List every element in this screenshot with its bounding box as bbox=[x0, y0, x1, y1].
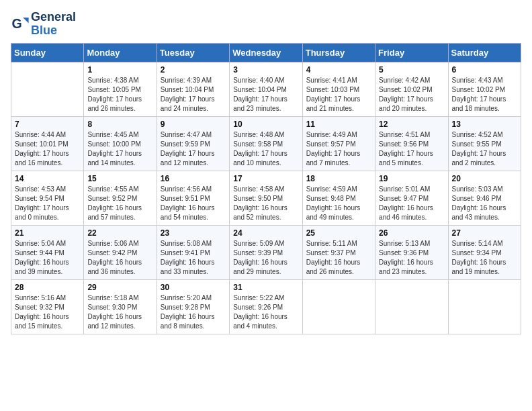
day-info: Sunrise: 4:53 AM Sunset: 9:54 PM Dayligh… bbox=[15, 185, 80, 222]
day-info: Sunrise: 5:16 AM Sunset: 9:32 PM Dayligh… bbox=[15, 293, 80, 331]
calendar-day-cell: 7Sunrise: 4:44 AM Sunset: 10:01 PM Dayli… bbox=[11, 116, 84, 171]
day-header: Wednesday bbox=[230, 43, 302, 62]
day-number: 29 bbox=[87, 283, 152, 292]
day-info: Sunrise: 4:42 AM Sunset: 10:02 PM Daylig… bbox=[379, 76, 444, 113]
calendar-day-cell: 30Sunrise: 5:20 AM Sunset: 9:28 PM Dayli… bbox=[157, 279, 229, 334]
day-info: Sunrise: 5:13 AM Sunset: 9:36 PM Dayligh… bbox=[379, 239, 444, 277]
calendar-day-cell: 1Sunrise: 4:38 AM Sunset: 10:05 PM Dayli… bbox=[84, 62, 157, 116]
day-info: Sunrise: 5:08 AM Sunset: 9:41 PM Dayligh… bbox=[161, 239, 226, 277]
calendar-day-cell: 20Sunrise: 5:03 AM Sunset: 9:46 PM Dayli… bbox=[448, 171, 521, 225]
day-info: Sunrise: 4:44 AM Sunset: 10:01 PM Daylig… bbox=[15, 130, 80, 168]
calendar-day-cell bbox=[302, 279, 375, 334]
day-number: 11 bbox=[306, 120, 371, 129]
calendar-day-cell: 10Sunrise: 4:48 AM Sunset: 9:58 PM Dayli… bbox=[230, 116, 302, 171]
day-info: Sunrise: 5:03 AM Sunset: 9:46 PM Dayligh… bbox=[452, 185, 517, 222]
calendar-day-cell: 17Sunrise: 4:58 AM Sunset: 9:50 PM Dayli… bbox=[230, 171, 302, 225]
calendar-body: 1Sunrise: 4:38 AM Sunset: 10:05 PM Dayli… bbox=[11, 62, 521, 334]
calendar-day-cell: 11Sunrise: 4:49 AM Sunset: 9:57 PM Dayli… bbox=[302, 116, 375, 171]
day-number: 13 bbox=[452, 120, 517, 129]
day-info: Sunrise: 4:38 AM Sunset: 10:05 PM Daylig… bbox=[87, 76, 152, 113]
calendar-day-cell: 31Sunrise: 5:22 AM Sunset: 9:26 PM Dayli… bbox=[230, 279, 302, 334]
day-number: 26 bbox=[379, 228, 444, 238]
calendar-day-cell: 26Sunrise: 5:13 AM Sunset: 9:36 PM Dayli… bbox=[375, 225, 448, 279]
calendar-day-cell: 29Sunrise: 5:18 AM Sunset: 9:30 PM Dayli… bbox=[84, 279, 157, 334]
day-number: 21 bbox=[15, 228, 80, 238]
day-info: Sunrise: 5:04 AM Sunset: 9:44 PM Dayligh… bbox=[15, 239, 80, 277]
day-number: 16 bbox=[161, 174, 226, 183]
day-info: Sunrise: 5:09 AM Sunset: 9:39 PM Dayligh… bbox=[233, 239, 298, 277]
day-number: 14 bbox=[15, 174, 80, 183]
day-number: 28 bbox=[15, 283, 80, 292]
calendar-day-cell: 27Sunrise: 5:14 AM Sunset: 9:34 PM Dayli… bbox=[448, 225, 521, 279]
day-number: 12 bbox=[379, 120, 444, 129]
day-number: 19 bbox=[379, 174, 444, 183]
calendar-week-row: 21Sunrise: 5:04 AM Sunset: 9:44 PM Dayli… bbox=[11, 225, 521, 279]
calendar-day-cell: 3Sunrise: 4:40 AM Sunset: 10:04 PM Dayli… bbox=[230, 62, 302, 116]
calendar-day-cell: 4Sunrise: 4:41 AM Sunset: 10:03 PM Dayli… bbox=[302, 62, 375, 116]
calendar-day-cell: 24Sunrise: 5:09 AM Sunset: 9:39 PM Dayli… bbox=[230, 225, 302, 279]
day-info: Sunrise: 5:01 AM Sunset: 9:47 PM Dayligh… bbox=[379, 185, 444, 222]
day-info: Sunrise: 4:39 AM Sunset: 10:04 PM Daylig… bbox=[161, 76, 226, 113]
logo-text-line1: General bbox=[31, 11, 76, 24]
calendar-day-cell bbox=[11, 62, 84, 116]
day-number: 3 bbox=[233, 65, 298, 75]
day-number: 25 bbox=[306, 228, 371, 238]
calendar-day-cell: 12Sunrise: 4:51 AM Sunset: 9:56 PM Dayli… bbox=[375, 116, 448, 171]
day-number: 2 bbox=[161, 65, 226, 75]
day-info: Sunrise: 5:11 AM Sunset: 9:37 PM Dayligh… bbox=[306, 239, 371, 277]
calendar-table: SundayMondayTuesdayWednesdayThursdayFrid… bbox=[11, 43, 521, 334]
day-info: Sunrise: 4:58 AM Sunset: 9:50 PM Dayligh… bbox=[233, 185, 298, 222]
day-info: Sunrise: 5:14 AM Sunset: 9:34 PM Dayligh… bbox=[452, 239, 517, 277]
day-info: Sunrise: 4:40 AM Sunset: 10:04 PM Daylig… bbox=[233, 76, 298, 113]
calendar-day-cell bbox=[375, 279, 448, 334]
logo: G General Blue bbox=[11, 11, 76, 38]
day-header: Tuesday bbox=[157, 43, 229, 62]
svg-marker-1 bbox=[23, 17, 28, 23]
day-info: Sunrise: 5:18 AM Sunset: 9:30 PM Dayligh… bbox=[87, 293, 152, 331]
day-header: Friday bbox=[375, 43, 448, 62]
day-info: Sunrise: 4:52 AM Sunset: 9:55 PM Dayligh… bbox=[452, 130, 517, 168]
calendar-week-row: 1Sunrise: 4:38 AM Sunset: 10:05 PM Dayli… bbox=[11, 62, 521, 116]
svg-text:G: G bbox=[11, 15, 21, 30]
calendar-week-row: 7Sunrise: 4:44 AM Sunset: 10:01 PM Dayli… bbox=[11, 116, 521, 171]
day-number: 1 bbox=[87, 65, 152, 75]
day-number: 4 bbox=[306, 65, 371, 75]
calendar-day-cell: 25Sunrise: 5:11 AM Sunset: 9:37 PM Dayli… bbox=[302, 225, 375, 279]
day-number: 6 bbox=[452, 65, 517, 75]
calendar-day-cell: 16Sunrise: 4:56 AM Sunset: 9:51 PM Dayli… bbox=[157, 171, 229, 225]
header: G General Blue bbox=[11, 11, 521, 38]
calendar-header: SundayMondayTuesdayWednesdayThursdayFrid… bbox=[11, 43, 521, 62]
day-number: 20 bbox=[452, 174, 517, 183]
calendar-day-cell: 2Sunrise: 4:39 AM Sunset: 10:04 PM Dayli… bbox=[157, 62, 229, 116]
day-number: 24 bbox=[233, 228, 298, 238]
day-info: Sunrise: 5:22 AM Sunset: 9:26 PM Dayligh… bbox=[233, 293, 298, 331]
calendar-day-cell: 18Sunrise: 4:59 AM Sunset: 9:48 PM Dayli… bbox=[302, 171, 375, 225]
calendar-day-cell: 14Sunrise: 4:53 AM Sunset: 9:54 PM Dayli… bbox=[11, 171, 84, 225]
logo-icon: G bbox=[11, 15, 30, 34]
calendar-day-cell bbox=[448, 279, 521, 334]
day-info: Sunrise: 4:43 AM Sunset: 10:02 PM Daylig… bbox=[452, 76, 517, 113]
calendar-day-cell: 19Sunrise: 5:01 AM Sunset: 9:47 PM Dayli… bbox=[375, 171, 448, 225]
day-info: Sunrise: 4:47 AM Sunset: 9:59 PM Dayligh… bbox=[161, 130, 226, 168]
day-info: Sunrise: 4:55 AM Sunset: 9:52 PM Dayligh… bbox=[87, 185, 152, 222]
day-number: 27 bbox=[452, 228, 517, 238]
day-number: 31 bbox=[233, 283, 298, 292]
day-number: 17 bbox=[233, 174, 298, 183]
day-info: Sunrise: 4:49 AM Sunset: 9:57 PM Dayligh… bbox=[306, 130, 371, 168]
day-info: Sunrise: 4:48 AM Sunset: 9:58 PM Dayligh… bbox=[233, 130, 298, 168]
calendar-day-cell: 8Sunrise: 4:45 AM Sunset: 10:00 PM Dayli… bbox=[84, 116, 157, 171]
day-info: Sunrise: 5:06 AM Sunset: 9:42 PM Dayligh… bbox=[87, 239, 152, 277]
day-header: Monday bbox=[84, 43, 157, 62]
day-number: 10 bbox=[233, 120, 298, 129]
calendar-day-cell: 9Sunrise: 4:47 AM Sunset: 9:59 PM Daylig… bbox=[157, 116, 229, 171]
day-info: Sunrise: 4:56 AM Sunset: 9:51 PM Dayligh… bbox=[161, 185, 226, 222]
day-number: 7 bbox=[15, 120, 80, 129]
calendar-day-cell: 13Sunrise: 4:52 AM Sunset: 9:55 PM Dayli… bbox=[448, 116, 521, 171]
day-header: Sunday bbox=[11, 43, 84, 62]
calendar-day-cell: 23Sunrise: 5:08 AM Sunset: 9:41 PM Dayli… bbox=[157, 225, 229, 279]
day-number: 18 bbox=[306, 174, 371, 183]
day-number: 30 bbox=[161, 283, 226, 292]
day-number: 9 bbox=[161, 120, 226, 129]
day-number: 23 bbox=[161, 228, 226, 238]
day-number: 22 bbox=[87, 228, 152, 238]
